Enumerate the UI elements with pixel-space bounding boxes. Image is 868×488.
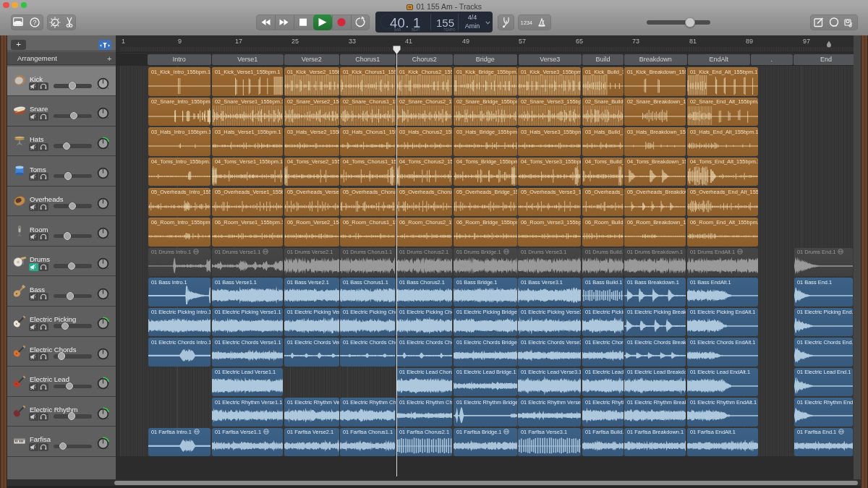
- svg-text:1234: 1234: [521, 20, 532, 25]
- svg-text:?: ?: [33, 19, 36, 26]
